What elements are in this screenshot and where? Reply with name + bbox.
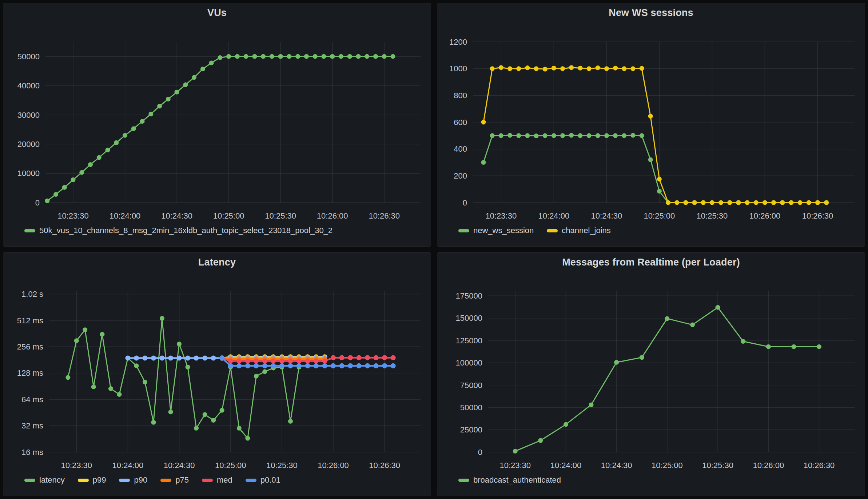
legend-label: 50k_vus_10_channels_8_msg_2min_16xldb_au… [39,226,333,235]
series-point [304,54,309,59]
legend-item-broadcast_authenticated[interactable]: broadcast_authenticated [458,475,561,485]
legend-swatch-icon [202,479,213,482]
series-point [211,418,216,423]
x-tick-label: 10:25:00 [213,211,244,220]
series-point [288,363,293,368]
panel-new-ws-sessions: New WS sessions 10:23:3010:24:0010:24:30… [437,3,865,247]
legend-swatch-icon [547,229,558,232]
x-tick-label: 10:26:30 [804,461,835,470]
panel-messages-from-realtime: Messages from Realtime (per Loader) 10:2… [437,252,865,496]
series-point [157,104,162,108]
series-point [252,54,257,59]
series-point [270,54,274,59]
x-tick-label: 10:24:00 [110,211,141,220]
legend-swatch-icon [458,479,469,482]
series-point [339,355,345,360]
x-tick-label: 10:25:30 [702,461,733,470]
x-tick-label: 10:24:00 [550,461,582,470]
x-tick-label: 10:25:00 [644,211,675,220]
y-tick-label: 400 [454,144,467,153]
legend-swatch-icon [160,479,171,482]
series-point [552,66,556,71]
series-point [261,54,266,59]
series-point [236,363,242,368]
new-ws-sessions-chart-canvas: 10:23:3010:24:0010:24:3010:25:0010:25:30… [437,20,865,224]
panel-title-new-ws-sessions[interactable]: New WS sessions [437,3,865,20]
series-point [339,54,343,59]
dashboard-grid: VUs 10:23:3010:24:0010:24:3010:25:0010:2… [0,0,868,499]
legend-swatch-icon [119,479,130,482]
y-tick-label: 32 ms [21,421,43,430]
series-point [507,133,512,138]
series-point [278,54,283,59]
series-point [347,54,352,59]
series-point [100,332,104,337]
x-tick-label: 10:24:30 [601,461,632,470]
legend-item-new_ws_session[interactable]: new_ws_session [458,226,534,235]
series-point [525,65,530,70]
legend-item-med[interactable]: med [202,475,232,485]
legend-swatch-icon [24,479,35,482]
series-point [151,420,156,425]
series-point [348,355,353,360]
series-point [168,410,173,414]
legend-item-p99[interactable]: p99 [78,475,106,485]
x-tick-label: 10:26:00 [753,461,784,470]
series-point [192,75,196,80]
legend-label: p75 [175,475,189,485]
legend-item-channel_joins[interactable]: channel_joins [547,226,611,235]
series-point [200,67,205,71]
series-point [219,356,224,361]
y-tick-label: 40000 [17,81,40,90]
legend-item-50k_vus_10_channels_8_msg_2min_16xldb_auth_topic_select_23018_pool_30_2[interactable]: 50k_vus_10_channels_8_msg_2min_16xldb_au… [24,226,333,235]
series-point [331,355,336,360]
legend-item-p0.01[interactable]: p0.01 [246,475,280,485]
series-point [211,356,216,361]
series-point [228,363,233,368]
series-point [569,133,574,138]
series-point [314,363,319,368]
series-point [288,419,293,424]
series-point [108,386,113,391]
series-point [604,133,609,138]
series-point [766,344,771,349]
series-point [288,359,293,364]
panel-title-messages-from-realtime[interactable]: Messages from Realtime (per Loader) [437,253,865,270]
messages-chart-canvas: 10:23:3010:24:0010:24:3010:25:0010:25:30… [437,270,865,473]
series-point [701,200,706,205]
y-tick-label: 200 [454,171,467,180]
panel-title-latency[interactable]: Latency [3,253,431,270]
series-point [114,140,119,145]
series-point [348,363,353,368]
series-point [614,360,619,365]
series-point [254,359,259,364]
messages-legend: broadcast_authenticated [437,473,865,496]
legend-item-latency[interactable]: latency [24,475,65,485]
series-point [203,412,207,417]
series-point [543,67,548,72]
series-point [824,200,829,205]
series-point [481,120,486,125]
y-tick-label: 125000 [456,336,482,345]
series-point [71,177,76,182]
series-point [754,200,758,205]
series-point [807,200,811,205]
series-point [245,359,250,364]
x-tick-label: 10:24:30 [591,211,622,220]
series-point [365,363,370,368]
panel-title-vus[interactable]: VUs [3,3,431,20]
legend-swatch-icon [24,229,35,232]
series-point [254,363,259,368]
series-point [88,162,93,167]
series-point [648,114,653,119]
series-point [245,363,250,368]
series-point [125,356,130,361]
x-tick-label: 10:26:00 [749,211,781,220]
y-tick-label: 1200 [449,37,467,47]
legend-item-p75[interactable]: p75 [160,475,189,485]
series-point [718,200,723,205]
vus-legend: 50k_vus_10_channels_8_msg_2min_16xldb_au… [3,224,431,246]
legend-item-p90[interactable]: p90 [119,475,147,485]
y-tick-label: 25000 [460,425,482,434]
series-point [236,359,242,364]
